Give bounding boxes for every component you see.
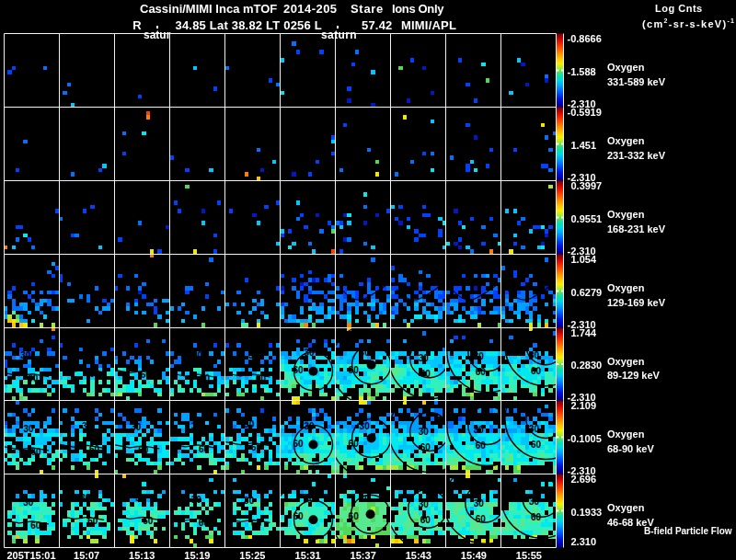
svg-text:30: 30	[305, 494, 316, 504]
svg-text:60: 60	[293, 439, 305, 449]
svg-text:60: 60	[420, 515, 431, 525]
svg-text:30: 30	[82, 421, 93, 431]
svg-text:30: 30	[474, 351, 485, 361]
svg-text:60: 60	[531, 440, 542, 450]
svg-text:30: 30	[419, 499, 430, 509]
svg-text:60: 60	[349, 365, 360, 375]
svg-text:30: 30	[244, 496, 255, 506]
svg-text:30: 30	[23, 497, 34, 508]
svg-text:60: 60	[476, 367, 487, 377]
svg-text:30: 30	[529, 497, 540, 507]
svg-text:30: 30	[305, 421, 316, 431]
svg-text:30: 30	[80, 493, 91, 503]
svg-text:30: 30	[529, 350, 540, 360]
svg-text:30: 30	[360, 348, 371, 358]
svg-text:30: 30	[133, 347, 144, 357]
svg-text:60: 60	[476, 440, 487, 451]
svg-text:30: 30	[419, 427, 430, 437]
svg-text:30: 30	[474, 498, 485, 509]
svg-text:30: 30	[23, 424, 34, 434]
svg-text:60: 60	[531, 512, 542, 522]
svg-text:30: 30	[529, 424, 540, 434]
svg-text:30: 30	[135, 493, 146, 503]
svg-text:30: 30	[474, 425, 485, 435]
svg-text:60: 60	[293, 365, 305, 375]
svg-text:30: 30	[20, 350, 31, 360]
svg-text:30: 30	[244, 419, 255, 429]
svg-text:60: 60	[349, 511, 360, 521]
svg-text:30: 30	[305, 348, 316, 358]
svg-text:60: 60	[420, 369, 431, 379]
svg-text:30: 30	[419, 353, 430, 363]
svg-text:30: 30	[191, 421, 202, 431]
svg-text:60: 60	[476, 514, 487, 524]
svg-text:30: 30	[248, 350, 259, 360]
svg-text:30: 30	[192, 350, 203, 360]
svg-text:60: 60	[420, 442, 431, 452]
svg-text:30: 30	[360, 421, 371, 431]
svg-text:60: 60	[293, 511, 305, 521]
svg-text:30: 30	[360, 494, 371, 504]
svg-text:30: 30	[131, 422, 142, 432]
svg-text:30: 30	[191, 495, 202, 505]
svg-text:60: 60	[349, 439, 360, 449]
svg-text:60: 60	[531, 366, 542, 376]
svg-text:30: 30	[82, 346, 93, 356]
